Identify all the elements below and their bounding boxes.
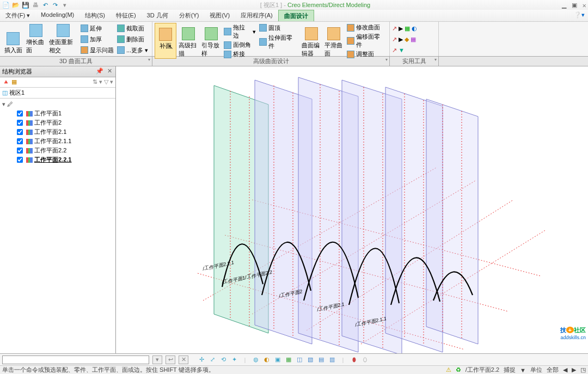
- tab-app[interactable]: 应用程序(A): [235, 10, 278, 21]
- nav-icon[interactable]: ◳: [580, 366, 586, 373]
- display-mode-icon[interactable]: ▦: [284, 355, 293, 364]
- tree-checkbox[interactable]: [17, 138, 23, 144]
- util-icon[interactable]: ↗: [392, 25, 397, 32]
- display-mode-icon[interactable]: ▣: [273, 355, 282, 364]
- util-icon[interactable]: ↗: [392, 36, 397, 43]
- catch-icon[interactable]: ▼: [520, 367, 526, 373]
- drag-edge-button[interactable]: 拖拉边 ▾: [223, 23, 257, 40]
- util-icon[interactable]: ↗: [392, 47, 397, 54]
- thicken-button[interactable]: 加厚: [79, 35, 115, 44]
- save-icon[interactable]: 💾: [22, 1, 29, 9]
- guide-loft-button[interactable]: 引导放样: [200, 23, 222, 59]
- tree-item[interactable]: 工作平面2.1.1: [16, 137, 113, 146]
- minimize-icon[interactable]: ▁: [562, 2, 566, 9]
- insert-face-button[interactable]: 插入面: [2, 23, 24, 56]
- tree-item[interactable]: 工作平面2.2: [16, 146, 113, 155]
- util-icon[interactable]: ▦: [405, 25, 410, 32]
- status-catch[interactable]: 捕捉: [504, 366, 516, 374]
- refresh-icon[interactable]: ♻: [456, 366, 461, 373]
- tab-file[interactable]: 文件(F) ▾: [0, 10, 35, 21]
- tree-checkbox[interactable]: [17, 148, 23, 154]
- toggle-icon[interactable]: ⬮: [350, 355, 358, 364]
- pin-icon[interactable]: 📌: [96, 68, 105, 74]
- tree-root[interactable]: ▾ 🖉: [2, 101, 113, 108]
- tab-analysis[interactable]: 分析(Y): [174, 10, 205, 21]
- view-tool-icon[interactable]: ✦: [230, 355, 238, 364]
- tree-checkbox[interactable]: [17, 157, 23, 163]
- util-icon[interactable]: ▼: [399, 47, 405, 54]
- modify-surf-button[interactable]: 修改曲面: [346, 23, 387, 32]
- util-icon[interactable]: ◆: [405, 36, 409, 43]
- util-icon[interactable]: ◐: [412, 25, 417, 32]
- structure-browser: 结构浏览器 📌 ✕ 🔺 ▦ ⇅ ▾ ▽ ▾ ◫ 视区1 ▾ 🖉 工作平面1 工作…: [0, 66, 116, 353]
- back-icon[interactable]: ↩: [166, 355, 175, 364]
- filter-icon[interactable]: ▽: [104, 78, 108, 85]
- tree-item[interactable]: 工作平面2: [16, 118, 113, 127]
- show-issue-button[interactable]: 显示问题: [79, 46, 115, 55]
- view-tool-icon[interactable]: ⟲: [219, 355, 228, 364]
- new-icon[interactable]: 📄: [2, 1, 10, 9]
- stretch-part-button[interactable]: 拉伸面零件: [258, 33, 299, 51]
- more-button[interactable]: ...更多 ▾: [116, 46, 149, 55]
- close-panel-icon[interactable]: ✕: [107, 68, 113, 74]
- dropdown-icon[interactable]: ▾: [61, 1, 69, 9]
- display-mode-icon[interactable]: ◫: [295, 355, 304, 364]
- tree-checkbox[interactable]: [17, 120, 23, 126]
- open-icon[interactable]: 📂: [12, 1, 20, 9]
- maximize-icon[interactable]: ▣: [572, 2, 577, 9]
- command-input[interactable]: [2, 355, 149, 364]
- view-tool-icon[interactable]: ⤢: [208, 355, 217, 364]
- tree-checkbox[interactable]: [17, 129, 23, 135]
- close-icon[interactable]: ⨉: [583, 2, 586, 9]
- face-body-button[interactable]: 面倒角: [223, 40, 257, 50]
- sort-icon[interactable]: ⇅: [93, 78, 97, 85]
- view-icon: ◫: [2, 89, 8, 96]
- fillet-button[interactable]: 圆顶: [258, 23, 299, 33]
- viewport-3d[interactable]: /工作平面2.2.1 /工作平面1/工作平面2.2 /工作平面2 /工作平面2.…: [116, 66, 588, 353]
- print-icon[interactable]: 🖶: [32, 1, 39, 9]
- surf-editor-button[interactable]: 曲面编辑器: [301, 23, 322, 59]
- display-mode-icon[interactable]: ▧: [306, 355, 315, 364]
- display-mode-icon[interactable]: ◐: [262, 355, 271, 364]
- extend-surface-button[interactable]: 增长曲面: [25, 23, 47, 56]
- util-icon[interactable]: ▦: [411, 36, 416, 43]
- smooth-button[interactable]: 平滑曲面: [323, 23, 345, 59]
- status-unit[interactable]: 单位: [530, 366, 542, 374]
- view-tool-icon[interactable]: ✢: [197, 355, 206, 364]
- nav-icon[interactable]: ▶: [572, 366, 576, 373]
- tab-modeling[interactable]: Modeling(M): [35, 10, 79, 21]
- nav-icon[interactable]: ◀: [563, 366, 567, 373]
- tab-geom[interactable]: 3D 几何: [142, 10, 174, 21]
- display-mode-icon[interactable]: ▤: [317, 355, 326, 364]
- status-all[interactable]: 全部: [547, 366, 559, 374]
- cancel-icon[interactable]: ✕: [179, 355, 188, 364]
- extract-button[interactable]: 截取面: [116, 24, 149, 33]
- warning-icon[interactable]: ⚠: [446, 366, 451, 373]
- tab-structure[interactable]: 结构(S): [79, 10, 111, 21]
- tree-icon[interactable]: ▦: [11, 78, 19, 86]
- util-icon[interactable]: ▶: [399, 25, 403, 32]
- tree-checkbox[interactable]: [17, 111, 23, 117]
- reintersect-button[interactable]: 使面重新相交: [48, 23, 78, 56]
- delete-face-button[interactable]: 删除面: [116, 35, 149, 44]
- adv-sweep-button[interactable]: 高级扫描: [177, 23, 199, 59]
- dropdown-icon[interactable]: ▾: [152, 355, 162, 364]
- tab-surface[interactable]: 曲面设计: [278, 10, 314, 21]
- patch-button[interactable]: 补面 ↖: [155, 23, 176, 59]
- display-mode-icon[interactable]: ◍: [252, 355, 260, 364]
- offset-part-button[interactable]: 偏移面零件: [346, 32, 387, 50]
- tree-item[interactable]: 工作平面1: [16, 109, 113, 118]
- tab-feature[interactable]: 特征(E): [111, 10, 142, 21]
- undo-icon[interactable]: ↶: [41, 1, 49, 9]
- tab-view[interactable]: 视图(V): [204, 10, 235, 21]
- redo-icon[interactable]: ↷: [51, 1, 59, 9]
- display-mode-icon[interactable]: ▥: [328, 355, 336, 364]
- help-icon[interactable]: ❔▾: [571, 10, 588, 21]
- toggle-icon[interactable]: ⬯: [360, 355, 369, 364]
- tree-item-active[interactable]: 工作平面2.2.1: [16, 155, 113, 164]
- tree-icon[interactable]: 🔺: [2, 78, 10, 86]
- util-icon[interactable]: ▶: [399, 36, 403, 43]
- view-label[interactable]: 视区1: [9, 89, 24, 96]
- extend-button[interactable]: 延伸: [79, 24, 115, 33]
- tree-item[interactable]: 工作平面2.1: [16, 127, 113, 137]
